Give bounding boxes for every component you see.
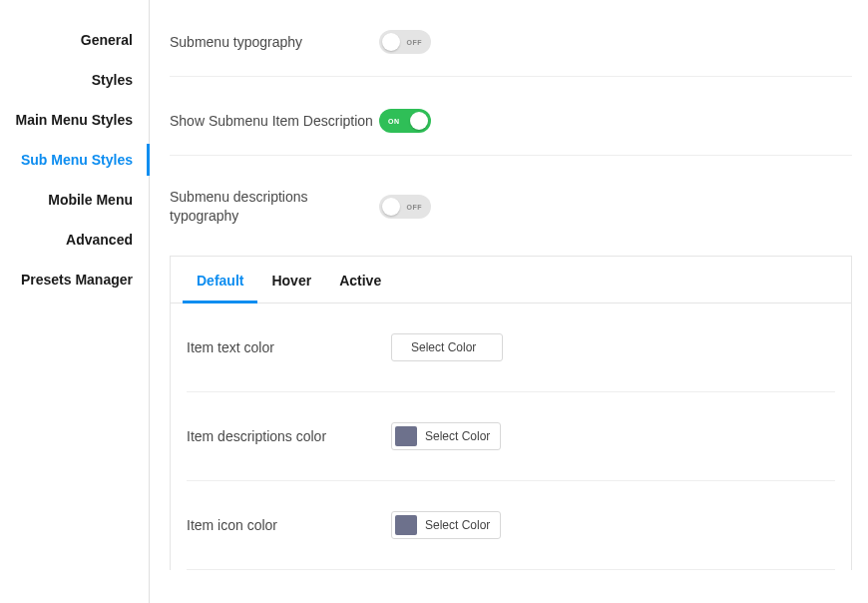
sidebar-item-presets-manager[interactable]: Presets Manager (0, 260, 149, 300)
color-swatch-icon (395, 426, 417, 446)
toggle-knob-icon (382, 198, 400, 216)
toggle-knob-icon (410, 112, 428, 130)
submenu-descriptions-typography-label: Submenu descriptions typography (170, 188, 379, 226)
toggle-state-text: ON (388, 118, 400, 125)
item-icon-color-button[interactable]: Select Color (391, 511, 501, 539)
toggle-state-text: OFF (407, 39, 423, 46)
item-icon-color-label: Item icon color (187, 517, 391, 533)
sidebar-item-styles[interactable]: Styles (0, 60, 149, 100)
select-color-text: Select Color (425, 518, 490, 532)
item-text-color-label: Item text color (187, 339, 391, 355)
tab-active[interactable]: Active (325, 257, 395, 302)
settings-main: Submenu typography OFF Show Submenu Item… (150, 0, 868, 603)
submenu-descriptions-typography-toggle[interactable]: OFF (379, 195, 431, 219)
toggle-state-text: OFF (407, 203, 423, 210)
sidebar-item-mobile-menu[interactable]: Mobile Menu (0, 180, 149, 220)
tab-hover[interactable]: Hover (257, 257, 325, 302)
item-descriptions-color-button[interactable]: Select Color (391, 422, 501, 450)
item-text-color-button[interactable]: Select Color (391, 333, 503, 361)
show-submenu-item-description-toggle[interactable]: ON (379, 109, 431, 133)
item-descriptions-color-label: Item descriptions color (187, 428, 391, 444)
submenu-typography-label: Submenu typography (170, 33, 379, 52)
sidebar-item-main-menu-styles[interactable]: Main Menu Styles (0, 100, 149, 140)
settings-sidebar: General Styles Main Menu Styles Sub Menu… (0, 0, 150, 603)
tabs-header: Default Hover Active (171, 257, 851, 303)
sidebar-item-advanced[interactable]: Advanced (0, 220, 149, 260)
tab-default[interactable]: Default (183, 257, 257, 302)
toggle-knob-icon (382, 33, 400, 51)
submenu-typography-toggle[interactable]: OFF (379, 30, 431, 54)
color-swatch-icon (395, 515, 417, 535)
sidebar-item-sub-menu-styles[interactable]: Sub Menu Styles (0, 140, 149, 180)
tab-body-default: Item text color Select Color Item descri… (171, 303, 851, 570)
state-tabs-panel: Default Hover Active Item text color Sel… (170, 256, 852, 570)
select-color-text: Select Color (425, 429, 490, 443)
sidebar-item-general[interactable]: General (0, 20, 149, 60)
show-submenu-item-description-label: Show Submenu Item Description (170, 112, 379, 131)
select-color-text: Select Color (395, 340, 492, 354)
